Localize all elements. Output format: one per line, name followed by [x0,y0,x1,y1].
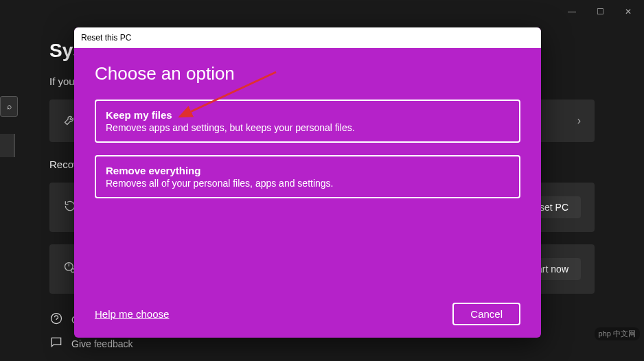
watermark: php 中文网 [595,327,640,340]
dialog-heading: Choose an option [95,63,520,84]
option-title: Keep my files [106,109,509,121]
option-desc: Removes apps and settings, but keeps you… [106,122,509,133]
help-icon [49,312,62,327]
option-remove-everything[interactable]: Remove everything Removes all of your pe… [95,155,520,198]
give-feedback-link[interactable]: Give feedback [49,336,595,351]
reset-this-pc-dialog: Reset this PC Choose an option Keep my f… [74,27,541,338]
minimize-button[interactable]: — [568,7,576,16]
feedback-icon [49,336,62,351]
close-button[interactable]: ✕ [625,7,632,16]
maximize-button[interactable]: ☐ [597,7,604,16]
option-desc: Removes all of your personal files, apps… [106,178,509,189]
cancel-button[interactable]: Cancel [452,303,520,325]
give-feedback-label: Give feedback [71,338,133,349]
option-keep-my-files[interactable]: Keep my files Removes apps and settings,… [95,100,520,143]
dialog-title-bar: Reset this PC [74,27,541,48]
chevron-right-icon: › [577,115,581,127]
option-title: Remove everything [106,165,509,176]
help-me-choose-link[interactable]: Help me choose [95,308,169,320]
